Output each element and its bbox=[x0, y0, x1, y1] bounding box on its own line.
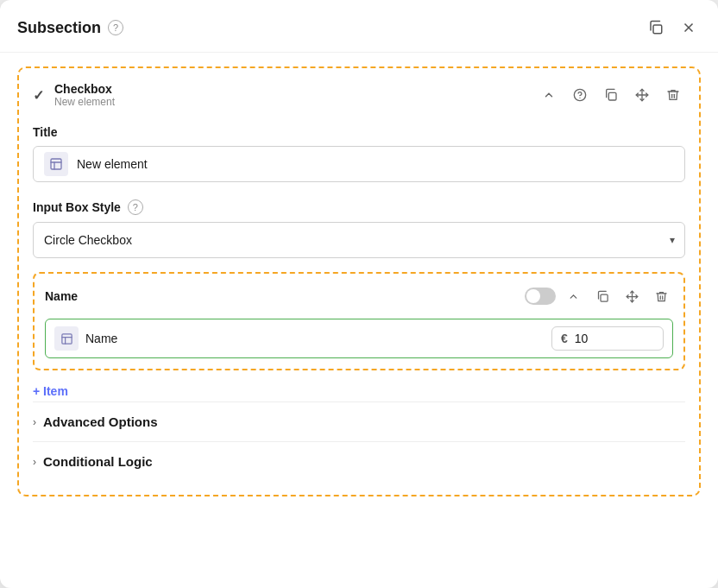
name-item-move-icon[interactable] bbox=[620, 284, 644, 308]
element-type: Checkbox bbox=[54, 82, 115, 96]
name-item-controls bbox=[525, 284, 673, 308]
title-input[interactable] bbox=[77, 157, 674, 171]
price-input-wrapper: € bbox=[551, 326, 664, 351]
modal-title: Subsection bbox=[17, 19, 101, 37]
input-box-style-select-wrapper: Circle Checkbox Square Checkbox Toggle ▾ bbox=[33, 222, 685, 258]
checkmark-icon: ✓ bbox=[33, 87, 44, 104]
element-sublabel: New element bbox=[54, 96, 115, 108]
title-section-label: Title bbox=[33, 125, 685, 139]
element-header-left: ✓ Checkbox New element bbox=[33, 82, 115, 108]
collapse-icon[interactable] bbox=[537, 83, 561, 107]
conditional-logic-chevron: › bbox=[33, 456, 36, 468]
advanced-options-chevron: › bbox=[33, 416, 36, 428]
element-move-icon[interactable] bbox=[630, 83, 654, 107]
name-input-icon bbox=[54, 326, 79, 351]
name-item-duplicate-icon[interactable] bbox=[590, 284, 614, 308]
name-toggle[interactable] bbox=[525, 288, 556, 305]
close-icon[interactable] bbox=[677, 16, 701, 40]
svg-rect-8 bbox=[51, 159, 61, 169]
element-delete-icon[interactable] bbox=[661, 83, 685, 107]
header-left: Subsection ? bbox=[17, 19, 123, 37]
currency-symbol: € bbox=[561, 332, 568, 345]
conditional-logic-label: Conditional Logic bbox=[43, 454, 153, 469]
element-header-row: ✓ Checkbox New element bbox=[33, 82, 685, 108]
header-right bbox=[644, 16, 701, 40]
conditional-logic-section[interactable]: › Conditional Logic bbox=[33, 441, 685, 481]
svg-rect-11 bbox=[601, 294, 608, 301]
name-inputs-row: € bbox=[45, 319, 673, 358]
advanced-options-label: Advanced Options bbox=[43, 414, 158, 429]
name-item-collapse-icon[interactable] bbox=[561, 284, 585, 308]
element-duplicate-icon[interactable] bbox=[599, 83, 623, 107]
element-label: Checkbox New element bbox=[54, 82, 115, 108]
name-item-container: Name bbox=[33, 272, 685, 370]
element-header-right bbox=[537, 83, 685, 107]
svg-rect-0 bbox=[653, 25, 662, 34]
modal-header: Subsection ? bbox=[0, 0, 718, 53]
modal-help-icon[interactable]: ? bbox=[108, 20, 123, 35]
name-text-input-wrapper bbox=[54, 326, 543, 351]
modal-container: Subsection ? ✓ bbox=[0, 0, 718, 588]
input-box-style-label: Input Box Style bbox=[33, 200, 121, 214]
advanced-options-section[interactable]: › Advanced Options bbox=[33, 401, 685, 441]
modal-body: ✓ Checkbox New element bbox=[0, 53, 718, 588]
duplicate-window-icon[interactable] bbox=[644, 16, 668, 40]
input-box-style-select[interactable]: Circle Checkbox Square Checkbox Toggle bbox=[33, 222, 685, 258]
svg-rect-5 bbox=[608, 92, 616, 100]
name-text-input[interactable] bbox=[85, 332, 543, 345]
name-item-delete-icon[interactable] bbox=[649, 284, 673, 308]
add-item-button[interactable]: + Item bbox=[33, 381, 68, 401]
price-input[interactable] bbox=[575, 332, 635, 345]
input-box-style-help-icon[interactable]: ? bbox=[128, 199, 143, 215]
name-item-label: Name bbox=[45, 289, 78, 303]
svg-rect-14 bbox=[61, 333, 71, 343]
name-item-header: Name bbox=[45, 284, 673, 308]
outer-dashed-container: ✓ Checkbox New element bbox=[17, 66, 701, 496]
title-input-icon bbox=[44, 152, 68, 176]
element-help-icon[interactable] bbox=[568, 83, 592, 107]
title-input-wrapper bbox=[33, 146, 685, 182]
